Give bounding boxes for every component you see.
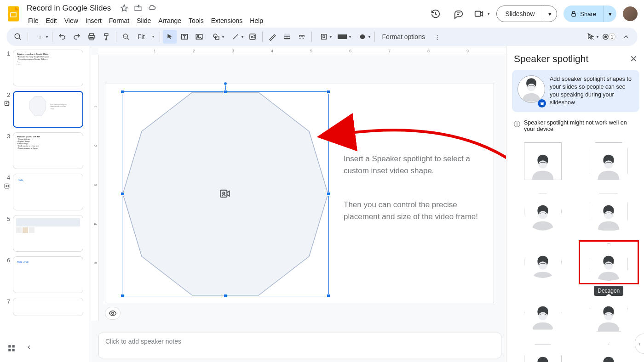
mask-button[interactable]	[353, 30, 372, 44]
shape-option-pentagon[interactable]	[581, 293, 637, 333]
close-panel-button[interactable]: ✕	[630, 53, 638, 64]
shape-option-hexagon[interactable]	[515, 293, 571, 333]
shape-option-square[interactable]	[515, 141, 571, 181]
slide-thumbnail-2[interactable]: Insert a Speaker spotlight toselect a cu…	[13, 91, 83, 128]
shape-option-squircle[interactable]	[581, 192, 637, 232]
menu-help[interactable]: Help	[247, 15, 266, 26]
account-avatar[interactable]	[623, 6, 638, 21]
format-options-button[interactable]: Format options	[378, 33, 430, 40]
slide-canvas[interactable]: Insert a Speaker spotlight to select a c…	[105, 84, 494, 303]
slides-logo[interactable]	[6, 4, 21, 24]
slide-thumbnail-3[interactable]: What can you DO with AI?• Suggest ideas•…	[13, 132, 83, 169]
lock-icon	[570, 10, 577, 17]
slideshow-dropdown[interactable]: ▾	[543, 6, 557, 22]
shape-option-diamond[interactable]	[581, 344, 637, 362]
menu-extensions[interactable]: Extensions	[208, 15, 246, 26]
slide-thumbnail-6[interactable]: Hello, Andy	[13, 256, 83, 293]
slide-number: 3	[4, 132, 10, 169]
rotation-handle[interactable]	[224, 82, 227, 85]
svg-point-40	[604, 211, 613, 219]
menu-insert[interactable]: Insert	[82, 15, 105, 26]
resize-handle-nw[interactable]	[121, 90, 124, 94]
shape-tool[interactable]	[207, 30, 225, 44]
slide-text-2[interactable]: Then you can control the precise placeme…	[344, 199, 491, 222]
resize-handle-n[interactable]	[224, 90, 227, 94]
svg-rect-49	[8, 349, 11, 351]
border-color-button[interactable]	[265, 30, 279, 44]
collapse-filmstrip-button[interactable]	[26, 344, 32, 354]
svg-rect-50	[12, 349, 15, 351]
slideshow-label[interactable]: Slideshow	[497, 6, 543, 22]
slideshow-button[interactable]: Slideshow ▾	[496, 6, 557, 22]
menu-file[interactable]: File	[25, 15, 42, 26]
history-icon[interactable]	[427, 6, 444, 22]
comments-icon[interactable]	[450, 6, 467, 22]
undo-button[interactable]	[55, 30, 69, 44]
aspect-ratio-button[interactable]	[334, 30, 352, 44]
shape-option-octagon[interactable]	[515, 344, 571, 362]
visibility-button[interactable]	[105, 307, 121, 320]
resize-handle-ne[interactable]	[327, 90, 330, 94]
slide-thumbnail-4[interactable]: Hello,	[13, 174, 83, 210]
more-tools-button[interactable]: ⋮	[431, 30, 444, 44]
slide-thumbnail-5[interactable]	[13, 215, 83, 252]
speaker-notes-area[interactable]: Click to add speaker notes	[98, 333, 501, 358]
resize-handle-se[interactable]	[327, 294, 330, 298]
resize-handle-w[interactable]	[121, 192, 124, 196]
slide-thumbnail-7[interactable]	[13, 298, 83, 316]
select-tool[interactable]	[163, 30, 177, 44]
new-slide-button[interactable]: +	[31, 30, 49, 44]
line-tool[interactable]	[226, 30, 245, 44]
zoom-level-select[interactable]: Fit	[134, 33, 157, 40]
collapse-toolbar-button[interactable]	[619, 30, 633, 44]
redo-button[interactable]	[70, 30, 84, 44]
print-button[interactable]	[85, 30, 98, 44]
spotlight-tool[interactable]	[246, 30, 259, 44]
slide-thumbnail-1[interactable]: Create a recording in Google Slides• Ava…	[13, 50, 83, 86]
shape-option-ellipse[interactable]	[515, 243, 571, 282]
border-dash-button[interactable]	[295, 30, 309, 44]
spotlight-indicator-icon	[4, 183, 10, 191]
filmstrip[interactable]: 1Create a recording in Google Slides• Av…	[0, 46, 89, 362]
menu-tools[interactable]: Tools	[185, 15, 207, 26]
panel-warning: ⓘ Speaker spotlight might not work well …	[512, 118, 639, 134]
document-title[interactable]: Record in Google Slides	[25, 3, 113, 14]
share-button[interactable]: Share ▾	[564, 6, 616, 22]
replace-shape-button[interactable]	[315, 30, 333, 44]
zoom-out-button[interactable]	[119, 30, 133, 44]
cloud-status-icon[interactable]	[148, 4, 156, 12]
move-icon[interactable]	[134, 4, 142, 12]
image-tool[interactable]	[192, 30, 206, 44]
search-menus-icon[interactable]	[11, 30, 25, 44]
textbox-tool[interactable]	[178, 30, 191, 44]
info-icon: ⓘ	[514, 120, 520, 132]
star-icon[interactable]	[120, 4, 128, 12]
menu-format[interactable]: Format	[106, 15, 132, 26]
grid-view-button[interactable]	[7, 344, 16, 354]
motion-tool[interactable]	[581, 30, 600, 44]
speaker-spotlight-panel: Speaker spotlight ✕ ▣ Add speaker spotli…	[506, 46, 644, 362]
presenter-badge[interactable]: 1	[602, 30, 615, 44]
svg-point-19	[360, 34, 365, 40]
resize-handle-s[interactable]	[224, 294, 227, 298]
shape-option-decagon[interactable]: Decagon	[581, 243, 637, 282]
menu-arrange[interactable]: Arrange	[155, 15, 184, 26]
border-weight-button[interactable]	[280, 30, 294, 44]
panel-info-box: ▣ Add speaker spotlight shapes to your s…	[512, 70, 639, 112]
menu-edit[interactable]: Edit	[43, 15, 60, 26]
share-dropdown[interactable]: ▾	[604, 6, 616, 22]
resize-handle-e[interactable]	[327, 192, 330, 196]
slide-text-1[interactable]: Insert a Speaker spotlight to select a c…	[344, 153, 491, 176]
selection-box[interactable]	[122, 91, 329, 296]
svg-text:shape.: shape.	[50, 108, 54, 110]
resize-handle-sw[interactable]	[121, 294, 124, 298]
menu-view[interactable]: View	[61, 15, 81, 26]
record-menu[interactable]: ▾	[473, 6, 490, 22]
paint-format-button[interactable]	[99, 30, 113, 44]
canvas-area[interactable]: 123456789 12345	[89, 46, 506, 362]
shape-option-circle[interactable]	[515, 192, 571, 232]
slide-number: 4	[4, 174, 10, 181]
menu-slide[interactable]: Slide	[133, 15, 154, 26]
shape-option-rounded-square[interactable]	[581, 141, 637, 181]
svg-point-35	[112, 312, 114, 315]
